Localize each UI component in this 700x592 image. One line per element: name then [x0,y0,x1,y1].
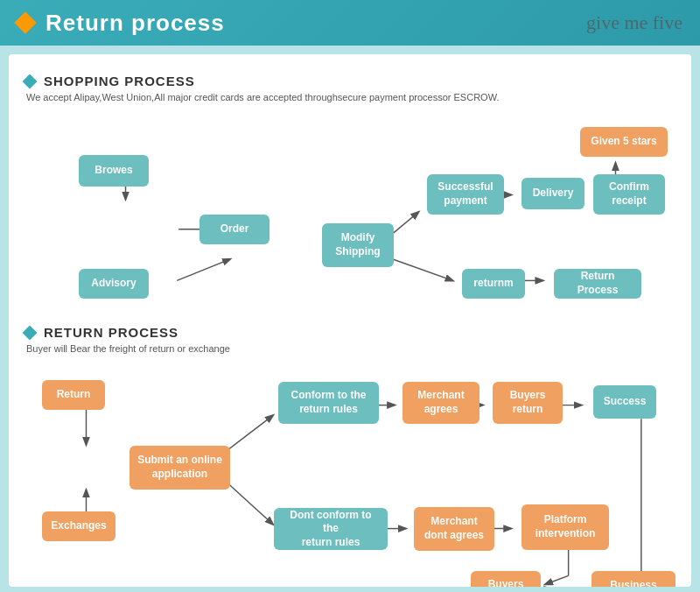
header-diamond-icon [14,11,36,33]
exchanges-box: Exchanges [42,511,116,541]
return-section-desc: Buyer will Bear the freight of return or… [26,343,676,354]
confirm-receipt-box: Confirm receipt [593,174,665,215]
header-logo: give me five [586,11,682,34]
return-section-header: RETURN PROCESS [24,325,676,340]
svg-line-12 [226,482,273,525]
svg-line-2 [177,259,230,280]
business-responsibility-box: Business responsibility [592,571,676,587]
given-5-stars-box: Given 5 stars [580,127,668,157]
merchant-dont-agrees-box: Merchant dont agrees [414,507,494,551]
return-process-box: Return Process [554,269,641,299]
return-diamond-icon [23,325,38,340]
return-box: Return [42,380,105,410]
order-box: Order [200,215,270,244]
svg-line-11 [226,415,273,451]
shopping-section-title: SHOPPING PROCESS [44,74,195,88]
advisory-box: Advisory [79,269,149,299]
shopping-flow-area: Browes Order Advisory Modify Shipping Su… [24,111,676,321]
merchant-agrees-box: Merchant agrees [402,382,480,424]
shopping-section-header: SHOPPING PROCESS [24,74,676,88]
return-section-title: RETURN PROCESS [44,325,178,340]
main-content: SHOPPING PROCESS We accept Alipay,West U… [9,54,691,587]
successful-payment-box: Successful payment [427,174,504,215]
delivery-box: Delivery [522,178,584,209]
submit-online-box: Submit an online application [130,446,230,490]
modify-shipping-box: Modify Shipping [322,223,394,267]
dont-conform-rules-box: Dont conform to the return rules [274,508,388,550]
svg-line-3 [393,212,418,233]
header: Return process give me five [0,0,700,46]
returnm-box: returnm [462,269,525,299]
buyers-return1-box: Buyers return [493,382,563,424]
svg-line-8 [393,259,453,280]
shopping-diamond-icon [23,74,38,88]
browes-box: Browes [79,155,149,187]
shopping-section-desc: We accept Alipay,West Union,All major cr… [26,92,676,102]
conform-rules-box: Conform to the return rules [278,382,379,424]
return-flow-area: Return Exchanges Submit an online applic… [24,363,676,587]
header-title: Return process [46,10,225,37]
svg-line-19 [545,575,568,584]
success-box: Success [593,385,656,419]
buyers-return2-box: Buyers return [471,571,541,587]
platform-intervention-box: Platform intervention [522,504,609,550]
